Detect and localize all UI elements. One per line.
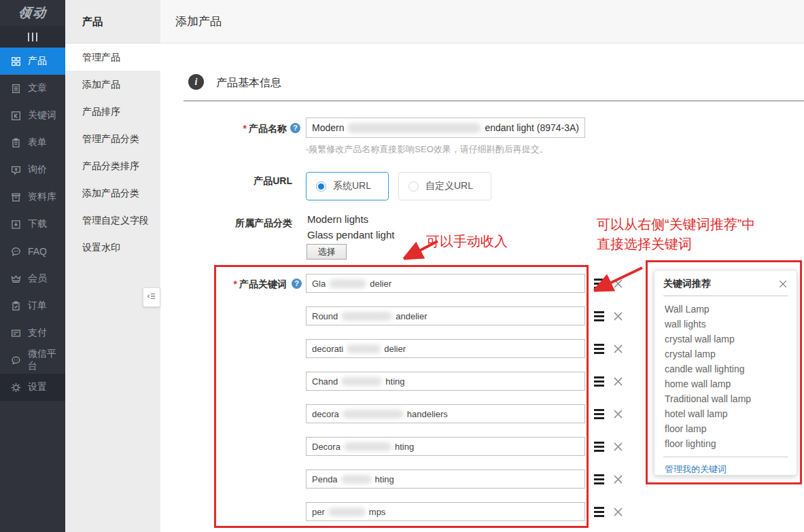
sidebar-item-faq[interactable]: FAQ [0, 238, 65, 265]
blurred-text [329, 279, 366, 288]
keyword-value-prefix: per [312, 507, 325, 517]
sidebar-item-label: 文章 [28, 82, 47, 94]
sidebar-item-inquiry[interactable]: 询价 [0, 156, 65, 183]
sidebar-item-orders[interactable]: 订单 [0, 292, 65, 319]
delete-keyword-icon[interactable] [612, 408, 624, 420]
blurred-text [341, 312, 392, 321]
sidebar-item-articles[interactable]: 文章 [0, 75, 65, 102]
sidebar-collapse-handle[interactable] [0, 26, 65, 48]
page: 领动 产品 文章 关键词 [0, 0, 804, 532]
submenu-item-manage-categories[interactable]: 管理产品分类 [65, 125, 160, 152]
keyword-input[interactable]: Gladelier [306, 274, 585, 293]
product-url-label: 产品URL [161, 175, 292, 188]
submenu-item-custom-fields[interactable]: 管理自定义字段 [65, 207, 160, 234]
submenu-item-label: 添加产品分类 [82, 188, 139, 198]
delete-keyword-icon[interactable] [612, 278, 624, 289]
radio-unselected-icon[interactable] [408, 181, 419, 192]
sidebar-item-download[interactable]: 下载 [0, 211, 65, 238]
product-name-label: *产品名称 [161, 123, 287, 135]
recommend-keyword[interactable]: crystal lamp [665, 347, 797, 361]
recommend-keyword[interactable]: home wall lamp [665, 376, 797, 391]
keyword-input[interactable]: permps [306, 502, 585, 521]
bars-icon [28, 33, 29, 41]
help-icon[interactable]: ? [292, 279, 302, 289]
drag-handle-icon[interactable] [594, 474, 604, 484]
sidebar-item-settings[interactable]: 设置 [0, 374, 65, 401]
recommend-keyword[interactable]: hotel wall lamp [665, 406, 797, 421]
keyword-value-suffix: delier [384, 344, 406, 354]
submenu-item-add-category[interactable]: 添加产品分类 [65, 179, 160, 207]
sidebar-item-label: 资料库 [28, 191, 56, 203]
drag-handle-icon[interactable] [594, 442, 604, 452]
sidebar-item-label: 支付 [28, 327, 47, 339]
app-logo-text: 领动 [17, 4, 48, 22]
delete-keyword-icon[interactable] [612, 474, 624, 485]
recommend-keyword[interactable]: Wall Lamp [665, 302, 797, 317]
sidebar-item-products[interactable]: 产品 [0, 48, 65, 75]
blurred-text [328, 508, 366, 516]
drag-handle-icon[interactable] [594, 507, 604, 517]
recommend-keyword[interactable]: wall lights [665, 317, 797, 332]
panel-collapse-button[interactable] [143, 287, 160, 307]
submenu-item-product-sort[interactable]: 产品排序 [65, 98, 160, 125]
delete-keyword-icon[interactable] [612, 506, 624, 518]
keyword-value-suffix: hting [385, 376, 404, 387]
drag-handle-icon[interactable] [594, 344, 604, 354]
product-name-input[interactable]: Modernendant light (8974-3A) [306, 118, 585, 138]
submenu-item-label: 管理产品分类 [82, 133, 139, 144]
panel-header: 关键词推荐 [663, 270, 788, 296]
keyword-input[interactable]: Roundandelier [306, 306, 585, 325]
delete-keyword-icon[interactable] [612, 311, 624, 322]
choose-category-button[interactable]: 选择 [307, 244, 347, 260]
keyword-input[interactable]: decorahandeliers [306, 404, 585, 423]
keyword-input[interactable]: decoratidelier [306, 339, 585, 358]
recommend-keyword[interactable]: Traditional wall lamp [665, 391, 797, 406]
sidebar-item-library[interactable]: 资料库 [0, 183, 65, 211]
required-mark: * [243, 123, 247, 134]
manage-keywords-link[interactable]: 管理我的关键词 [665, 464, 727, 474]
sidebar-item-keywords[interactable]: 关键词 [0, 102, 65, 129]
blurred-text [341, 475, 372, 484]
delete-keyword-icon[interactable] [612, 343, 624, 355]
sidebar-item-forms[interactable]: 表单 [0, 129, 65, 156]
grid-icon [10, 56, 22, 67]
sidebar-item-payment[interactable]: 支付 [0, 319, 65, 347]
close-icon[interactable] [778, 279, 788, 289]
radio-selected-icon[interactable] [316, 181, 326, 192]
submenu-item-category-sort[interactable]: 产品分类排序 [65, 152, 160, 179]
submenu-item-label: 产品分类排序 [82, 160, 139, 171]
submenu-item-label: 管理产品 [82, 52, 120, 63]
drag-handle-icon[interactable] [594, 409, 604, 419]
annotation-recommend-line2: 直接选择关键词 [597, 234, 755, 254]
page-title: 添加产品 [175, 0, 222, 43]
submenu-item-watermark[interactable]: 设置水印 [65, 234, 160, 261]
app-logo: 领动 [0, 0, 67, 26]
keyword-value-suffix: mps [369, 507, 386, 517]
annotation-recommend-line1: 可以从右侧“关键词推荐”中 [597, 215, 755, 234]
submenu-item-manage-products[interactable]: 管理产品 [65, 43, 160, 71]
sidebar-item-label: FAQ [28, 246, 47, 257]
drag-handle-icon[interactable] [594, 279, 604, 289]
delete-keyword-icon[interactable] [612, 376, 624, 387]
submenu-item-label: 管理自定义字段 [82, 215, 149, 226]
keyword-input[interactable]: Decorahting [306, 437, 585, 456]
delete-keyword-icon[interactable] [612, 441, 624, 453]
system-url-option[interactable]: 系统URL [306, 172, 389, 200]
recommend-keyword[interactable]: floor lighting [665, 436, 797, 451]
submenu-item-add-product[interactable]: 添加产品 [65, 71, 160, 98]
drag-handle-icon[interactable] [594, 376, 604, 387]
order-icon [10, 300, 22, 312]
recommend-keyword[interactable]: candle wall lighting [665, 361, 797, 376]
recommend-keyword[interactable]: floor lamp [665, 421, 797, 436]
keyword-input[interactable]: Chandhting [306, 372, 585, 391]
keyword-value-suffix: handeliers [407, 409, 448, 419]
recommend-keyword[interactable]: crystal wall lamp [665, 332, 797, 347]
custom-url-option[interactable]: 自定义URL [398, 172, 491, 200]
keyword-row: Pendahting [306, 469, 624, 489]
sidebar-item-members[interactable]: 会员 [0, 265, 65, 292]
sidebar-item-wechat[interactable]: 微信平台 [0, 347, 65, 374]
keyword-input[interactable]: Pendahting [306, 469, 585, 489]
drag-handle-icon[interactable] [594, 311, 604, 321]
system-url-label: 系统URL [333, 180, 371, 192]
help-icon[interactable]: ? [290, 123, 300, 133]
